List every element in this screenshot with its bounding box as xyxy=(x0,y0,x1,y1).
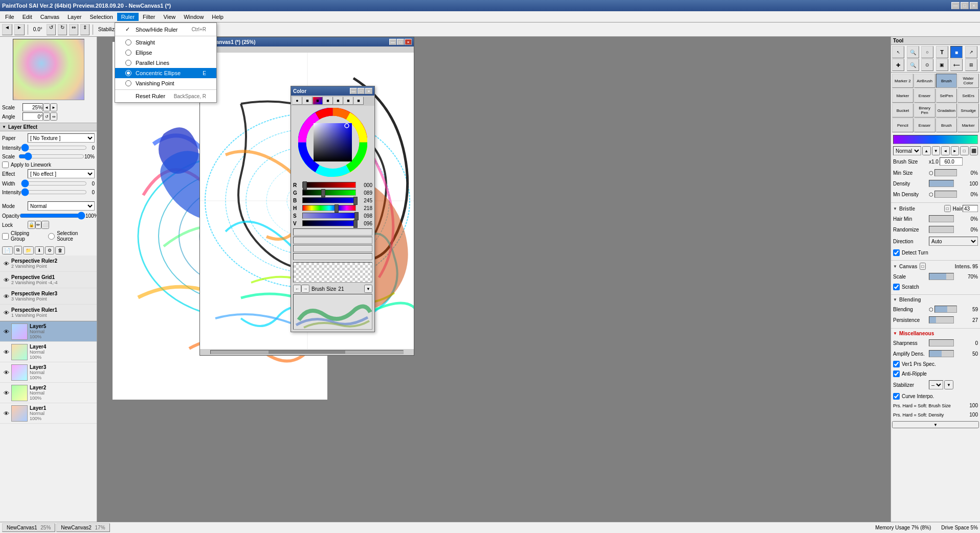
custom-color-1[interactable] xyxy=(293,228,372,236)
title-bar-buttons[interactable]: — □ × xyxy=(951,2,978,9)
color-wheel-area[interactable] xyxy=(291,106,374,180)
selection-source-radio[interactable] xyxy=(48,233,55,240)
brush-bucket[interactable]: Bucket xyxy=(892,103,914,118)
menu-edit[interactable]: Edit xyxy=(18,13,36,21)
bristle-toggle[interactable]: □ xyxy=(944,205,951,212)
randomize-slider[interactable] xyxy=(929,226,954,233)
min-size-slider[interactable] xyxy=(934,169,957,176)
canvas1-maximize[interactable]: □ xyxy=(397,39,404,45)
brush-marker[interactable]: Marker xyxy=(892,88,914,103)
menu-help[interactable]: Help xyxy=(208,13,228,21)
g-slider[interactable] xyxy=(302,190,356,196)
paper-select[interactable]: [ No Texture ] xyxy=(28,133,95,143)
color-tab-5[interactable]: ■ xyxy=(343,97,353,105)
brush-size-input[interactable] xyxy=(940,157,963,166)
tool-select[interactable]: ↖ xyxy=(892,46,904,58)
color-gradient-bar[interactable] xyxy=(893,135,978,144)
layer4-vis[interactable]: 👁 xyxy=(2,348,10,356)
scale-input[interactable] xyxy=(23,103,43,111)
r-slider[interactable] xyxy=(302,182,356,188)
mode-expand-btn[interactable]: ▲ xyxy=(922,146,931,155)
ruler-vis-4[interactable]: 👁 xyxy=(2,309,10,317)
brush-mode-select[interactable]: Normal xyxy=(893,146,921,155)
canvas-scale-slider[interactable] xyxy=(929,273,954,280)
b-slider[interactable] xyxy=(302,197,356,203)
canvas1-minimize[interactable]: — xyxy=(389,39,396,45)
tool-rect[interactable]: ▣ xyxy=(936,59,948,71)
h-slider[interactable] xyxy=(302,205,356,211)
brush-airbrush[interactable]: AirBrush xyxy=(914,74,936,88)
menu-vanishing-point[interactable]: Vanishing Point xyxy=(115,78,216,88)
scale-slider2[interactable] xyxy=(18,153,84,160)
density-slider[interactable] xyxy=(929,180,954,187)
bs-btn2[interactable]: → xyxy=(301,285,309,293)
toolbar-next[interactable]: ► xyxy=(14,24,25,35)
menu-ruler[interactable]: Ruler xyxy=(117,13,139,21)
layer-merge-btn[interactable]: ⬇ xyxy=(35,246,44,254)
layer-group-btn[interactable]: 📁 xyxy=(23,246,34,254)
color-panel-minimize[interactable]: — xyxy=(350,88,357,94)
color-wheel-container[interactable] xyxy=(298,108,367,178)
tool-extra1[interactable]: ⟵ xyxy=(950,59,963,71)
tool-lasso[interactable]: ○ xyxy=(921,46,933,58)
flip-h[interactable]: ⇔ xyxy=(69,24,78,35)
color-panel-btns[interactable]: — □ × xyxy=(350,88,372,94)
brush-brush[interactable]: Brush xyxy=(936,74,957,88)
menu-layer[interactable]: Layer xyxy=(63,13,86,21)
stabilizer-btn[interactable]: ▼ xyxy=(944,380,953,389)
mode-btn6[interactable]: ⬛ xyxy=(970,146,978,155)
angle-mirror[interactable]: ⇔ xyxy=(50,112,57,121)
bs-btn1[interactable]: ← xyxy=(293,285,301,293)
color-panel-restore[interactable]: □ xyxy=(358,88,365,94)
min-density-slider[interactable] xyxy=(934,191,957,198)
menu-concentric-ellipse[interactable]: Concentric Ellipse E xyxy=(115,68,216,78)
width-slider[interactable] xyxy=(21,180,87,187)
brush-selers[interactable]: SelErs xyxy=(957,88,979,103)
new-layer-btn[interactable]: 📄 xyxy=(2,246,13,254)
layer-item-layer3[interactable]: 👁 Layer3 Normal 100% xyxy=(0,362,97,383)
persistence-slider[interactable] xyxy=(929,316,954,323)
brush-watercolor[interactable]: Water Color xyxy=(957,74,979,88)
menu-filter[interactable]: Filter xyxy=(139,13,159,21)
menu-file[interactable]: File xyxy=(1,13,18,21)
color-tab-hsv[interactable]: ■ xyxy=(313,97,323,105)
menu-reset-ruler[interactable]: Reset Ruler BackSpace, R xyxy=(115,91,216,101)
color-tab-6[interactable]: ■ xyxy=(353,97,364,105)
color-tab-4[interactable]: ■ xyxy=(333,97,343,105)
menu-parallel-lines[interactable]: Parallel Lines xyxy=(115,58,216,68)
mode-btn5[interactable]: □ xyxy=(960,146,969,155)
layer-item-layer4[interactable]: 👁 Layer4 Normal 100% xyxy=(0,342,97,362)
hscroll-thumb[interactable] xyxy=(269,351,345,354)
layer-delete-btn[interactable]: 🗑 xyxy=(55,246,65,254)
hscroll-track[interactable] xyxy=(210,350,404,354)
angle-input[interactable] xyxy=(23,112,43,121)
canvas1-hscroll-top[interactable] xyxy=(200,47,414,53)
brush-marker2[interactable]: Marker 2 xyxy=(892,74,914,88)
anti-ripple-check[interactable] xyxy=(893,370,900,377)
color-tab-rgb[interactable]: ■ xyxy=(302,97,313,105)
close-button[interactable]: × xyxy=(970,2,978,9)
amplify-slider[interactable] xyxy=(929,350,954,357)
intensity-slider[interactable] xyxy=(21,144,87,151)
intensity2-slider[interactable] xyxy=(21,189,87,196)
lock-btn-1[interactable]: 🔒 xyxy=(28,221,35,229)
ver1-prs-check[interactable] xyxy=(893,361,900,367)
hair-min-slider[interactable] xyxy=(929,215,954,222)
layer-item-layer1[interactable]: 👁 Layer1 Normal 100% xyxy=(0,403,97,424)
custom-color-2[interactable] xyxy=(293,237,372,244)
sharpness-slider[interactable] xyxy=(929,339,954,346)
menu-show-hide-ruler[interactable]: ✓ Show/Hide Ruler Ctrl+R xyxy=(115,24,216,35)
effect-select[interactable]: [ No effect ] xyxy=(28,169,95,178)
custom-color-3[interactable] xyxy=(293,245,372,252)
clipping-group-check[interactable] xyxy=(2,233,9,240)
tool-circle[interactable]: ⊙ xyxy=(921,59,933,71)
color-panel-close[interactable]: × xyxy=(365,88,372,94)
minimize-button[interactable]: — xyxy=(951,2,960,9)
menu-canvas[interactable]: Canvas xyxy=(36,13,63,21)
panel-expand-btn[interactable]: ▼ xyxy=(892,421,979,428)
rotate-cw[interactable]: ↻ xyxy=(58,24,67,35)
curve-interp-check[interactable] xyxy=(893,393,900,400)
tool-text[interactable]: T xyxy=(936,46,948,58)
ruler-vis-1[interactable]: 👁 xyxy=(2,260,10,268)
brush-brush2[interactable]: Brush xyxy=(936,118,957,132)
